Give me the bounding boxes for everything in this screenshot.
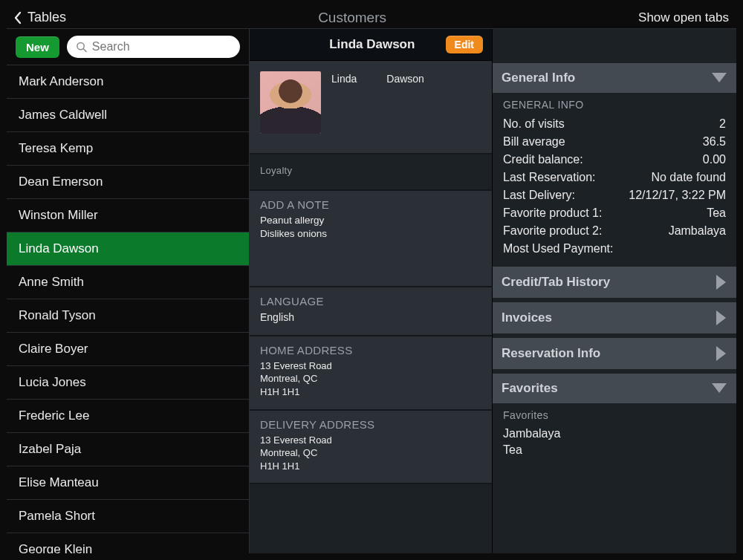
customer-detail-panel: Linda Dawson Edit Linda Dawson Loyalty A… — [250, 29, 493, 553]
section-title: Invoices — [502, 310, 552, 325]
list-item[interactable]: Linda Dawson — [7, 232, 249, 266]
language-section[interactable]: LANGUAGE English — [250, 287, 492, 336]
info-row: No. of visits2 — [503, 115, 726, 133]
section-reservation-info[interactable]: Reservation Info — [493, 338, 736, 369]
chevron-down-icon — [711, 382, 727, 394]
delivery-address-section[interactable]: DELIVERY ADDRESS 13 Everest RoadMontreal… — [250, 411, 492, 485]
chevron-left-icon — [14, 11, 22, 25]
list-item[interactable]: Claire Boyer — [7, 333, 249, 366]
section-title: Credit/Tab History — [502, 275, 610, 290]
list-item[interactable]: Anne Smith — [7, 266, 249, 299]
list-item[interactable]: Winston Miller — [7, 199, 249, 232]
show-open-tabs-link[interactable]: Show open tabs — [638, 10, 729, 25]
first-name: Linda — [331, 73, 357, 134]
info-row: Last Reservation:No date found — [503, 169, 726, 186]
list-item[interactable]: Lucia Jones — [7, 366, 249, 400]
delivery-address-value: 13 Everest RoadMontreal, QCH1H 1H1 — [260, 434, 481, 473]
search-icon — [76, 42, 87, 53]
list-item[interactable]: Pamela Short — [7, 500, 249, 533]
section-general-info[interactable]: General Info — [493, 63, 736, 93]
info-row: Most Used Payment: — [503, 240, 726, 258]
section-invoices[interactable]: Invoices — [493, 302, 736, 333]
general-subhead: GENERAL INFO — [503, 99, 726, 111]
list-toolbar: New — [7, 29, 249, 65]
info-row: Favorite product 1:Tea — [503, 204, 726, 222]
info-row: Favorite product 2:Jambalaya — [503, 222, 726, 240]
edit-button[interactable]: Edit — [446, 36, 483, 53]
list-item[interactable]: James Caldwell — [7, 99, 249, 132]
search-input[interactable] — [67, 36, 240, 58]
list-item[interactable]: George Klein — [7, 533, 249, 553]
home-address-section[interactable]: HOME ADDRESS 13 Everest RoadMontreal, QC… — [250, 336, 492, 411]
list-item[interactable]: Teresa Kemp — [7, 132, 249, 166]
chevron-right-icon — [716, 345, 727, 362]
chevron-right-icon — [716, 274, 727, 290]
list-item[interactable]: Mark Anderson — [7, 65, 249, 99]
list-item[interactable]: Ronald Tyson — [7, 299, 249, 333]
language-label: LANGUAGE — [260, 295, 481, 307]
info-row: Last Delivery:12/12/17, 3:22 PM — [503, 186, 726, 204]
section-title: Favorites — [502, 381, 558, 396]
chevron-right-icon — [716, 310, 727, 326]
add-note-label: ADD A NOTE — [260, 198, 481, 211]
language-value: English — [260, 310, 481, 325]
general-info-body: GENERAL INFO No. of visits2Bill average3… — [493, 93, 736, 262]
list-item[interactable]: Izabel Paja — [7, 433, 249, 466]
favorites-body: Favorites JambalayaTea — [493, 403, 736, 463]
chevron-down-icon — [711, 72, 727, 84]
notes-text: Peanut allergyDislikes onions — [260, 214, 481, 241]
svg-line-1 — [83, 49, 86, 52]
topbar: Tables Customers Show open tabs — [7, 7, 736, 29]
page-title: Customers — [318, 10, 386, 26]
info-row: Credit balance:0.00 — [503, 151, 726, 169]
avatar — [260, 71, 321, 134]
customer-list-panel: New Mark AndersonJames CaldwellTeresa Ke… — [7, 29, 250, 553]
info-panel: General Info GENERAL INFO No. of visits2… — [493, 29, 736, 553]
detail-header: Linda Dawson Edit — [250, 29, 492, 61]
search-wrap — [67, 36, 240, 58]
loyalty-label: Loyalty — [260, 165, 481, 176]
section-favorites[interactable]: Favorites — [493, 374, 736, 403]
customer-list: Mark AndersonJames CaldwellTeresa KempDe… — [7, 65, 249, 553]
profile-row: Linda Dawson — [250, 61, 492, 154]
list-item[interactable]: Dean Emerson — [7, 166, 249, 199]
notes-section[interactable]: ADD A NOTE Peanut allergyDislikes onions — [250, 191, 492, 287]
favorite-item: Tea — [503, 442, 726, 458]
back-label: Tables — [27, 10, 66, 25]
info-row: Bill average36.5 — [503, 133, 726, 151]
loyalty-section[interactable]: Loyalty — [250, 154, 492, 191]
customer-full-name: Linda Dawson — [329, 37, 415, 52]
favorite-item: Jambalaya — [503, 426, 726, 442]
last-name: Dawson — [386, 73, 424, 134]
home-address-label: HOME ADDRESS — [260, 344, 481, 356]
home-address-value: 13 Everest RoadMontreal, QCH1H 1H1 — [260, 359, 481, 399]
favorites-subhead: Favorites — [503, 409, 726, 421]
delivery-address-label: DELIVERY ADDRESS — [260, 418, 481, 431]
list-item[interactable]: Elise Manteau — [7, 466, 249, 500]
list-item[interactable]: Frederic Lee — [7, 400, 249, 433]
section-credit-history[interactable]: Credit/Tab History — [493, 267, 736, 298]
new-button[interactable]: New — [16, 36, 59, 58]
section-title: General Info — [502, 71, 575, 85]
section-title: Reservation Info — [502, 346, 600, 361]
back-button[interactable]: Tables — [14, 10, 66, 25]
